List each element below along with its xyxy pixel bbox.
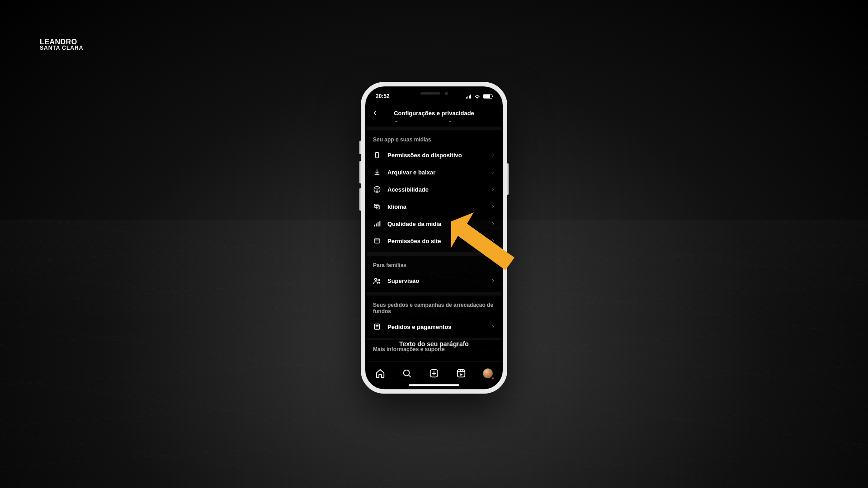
settings-content[interactable]: Seguir e convidar amigos Seu app e suas … — [367, 121, 501, 361]
settings-row-orders-payments[interactable]: Pedidos e pagamentos — [367, 318, 501, 335]
chevron-right-icon — [491, 324, 495, 329]
settings-row-language[interactable]: Idioma — [367, 198, 501, 215]
search-icon — [402, 368, 412, 378]
reels-icon — [456, 368, 466, 378]
settings-row-label: Pedidos e pagamentos — [387, 324, 484, 330]
settings-row-label: Permissões do dispositivo — [387, 152, 484, 159]
device-icon — [373, 151, 381, 159]
follow-invite-icon — [373, 121, 381, 122]
download-icon — [373, 168, 381, 176]
settings-row-device-permissions[interactable]: Permissões do dispositivo — [367, 146, 501, 164]
nav-create-button[interactable] — [428, 367, 440, 379]
chevron-right-icon — [491, 221, 495, 226]
browser-icon — [373, 237, 381, 245]
section-title-orders: Seus pedidos e campanhas de arrecadação … — [367, 296, 501, 318]
nav-reels-button[interactable] — [455, 367, 467, 379]
nav-home-button[interactable] — [374, 367, 386, 379]
back-button[interactable] — [372, 110, 378, 116]
settings-row-label: Arquivar e baixar — [387, 169, 484, 176]
nav-profile-button[interactable] — [482, 367, 494, 379]
svg-point-18 — [378, 279, 380, 281]
settings-row-follow-invite[interactable]: Seguir e convidar amigos — [367, 121, 501, 127]
svg-point-17 — [375, 278, 377, 281]
avatar — [483, 368, 493, 378]
brand-wordmark: LEANDRO santa clara — [40, 38, 83, 51]
settings-row-archive-download[interactable]: Arquivar e baixar — [367, 164, 501, 181]
svg-line-24 — [409, 375, 411, 377]
language-icon — [373, 202, 381, 211]
brand-line2: santa clara — [40, 45, 83, 51]
chevron-right-icon — [491, 170, 495, 174]
settings-row-label: Idioma — [387, 203, 484, 210]
orders-icon — [373, 323, 381, 331]
svg-rect-15 — [374, 239, 380, 243]
svg-point-8 — [377, 188, 377, 188]
chevron-right-icon — [491, 187, 495, 192]
section-title-app-media: Seu app e suas mídias — [367, 130, 501, 146]
svg-rect-11 — [374, 225, 375, 226]
chevron-right-icon — [491, 239, 495, 243]
plus-square-icon — [429, 368, 439, 378]
status-time: 20:52 — [376, 93, 390, 99]
chevron-right-icon — [491, 153, 495, 157]
settings-row-label: Qualidade da mídia — [387, 221, 484, 227]
battery-icon — [483, 94, 492, 99]
settings-row-label: Seguir e convidar amigos — [387, 121, 484, 122]
notification-dot-icon — [491, 377, 494, 380]
settings-row-label: Supervisão — [387, 277, 484, 284]
svg-marker-32 — [460, 373, 463, 376]
home-indicator — [409, 384, 459, 386]
settings-row-site-permissions[interactable]: Permissões do site — [367, 232, 501, 249]
caption-text: Texto do seu parágrafo — [399, 340, 469, 347]
chevron-right-icon — [491, 278, 495, 283]
settings-row-supervision[interactable]: Supervisão — [367, 272, 501, 289]
svg-rect-12 — [376, 224, 377, 227]
settings-row-accessibility[interactable]: Acessibilidade — [367, 181, 501, 198]
cellular-bars-icon — [373, 220, 381, 228]
nav-search-button[interactable] — [401, 367, 413, 379]
svg-rect-28 — [457, 369, 465, 377]
wifi-icon — [474, 94, 481, 99]
supervision-icon — [373, 277, 381, 285]
accessibility-icon — [373, 185, 381, 193]
notch — [418, 90, 450, 96]
cellular-icon — [466, 94, 471, 99]
svg-rect-13 — [377, 222, 378, 226]
home-icon — [375, 368, 385, 378]
settings-row-media-quality[interactable]: Qualidade da mídia — [367, 215, 501, 232]
chevron-right-icon — [491, 204, 495, 209]
section-title-families: Para famílias — [367, 256, 501, 272]
settings-row-label: Acessibilidade — [387, 186, 484, 193]
settings-row-label: Permissões do site — [387, 238, 484, 244]
svg-rect-14 — [379, 221, 380, 226]
page-title: Configurações e privacidade — [394, 110, 474, 117]
status-bar: 20:52 — [367, 88, 501, 105]
app-header: Configurações e privacidade — [367, 105, 501, 121]
